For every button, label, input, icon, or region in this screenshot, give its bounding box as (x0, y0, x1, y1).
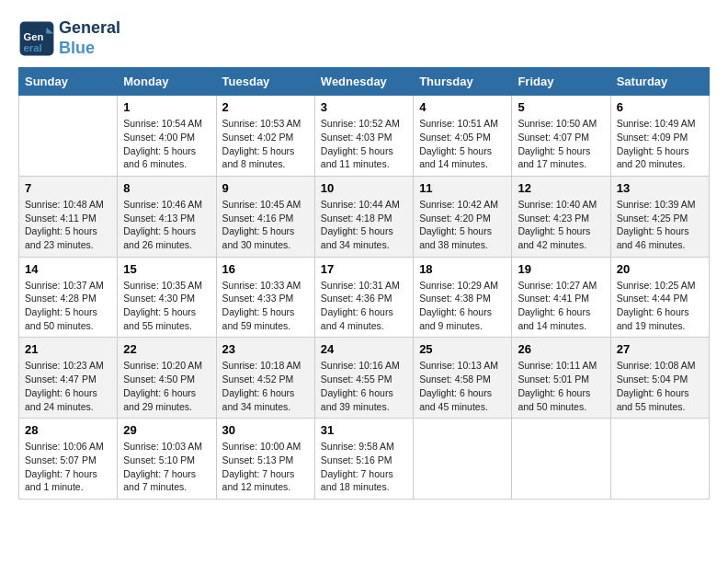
calendar-cell: 30Sunrise: 10:00 AM Sunset: 5:13 PM Dayl… (216, 419, 314, 500)
calendar-cell: 13Sunrise: 10:39 AM Sunset: 4:25 PM Dayl… (610, 176, 709, 257)
day-detail: Sunrise: 10:50 AM Sunset: 4:07 PM Daylig… (518, 117, 604, 171)
day-detail: Sunrise: 10:06 AM Sunset: 5:07 PM Daylig… (25, 440, 111, 494)
day-detail: Sunrise: 10:13 AM Sunset: 4:58 PM Daylig… (419, 359, 506, 413)
day-detail: Sunrise: 10:18 AM Sunset: 4:52 PM Daylig… (222, 359, 309, 413)
calendar-cell: 2Sunrise: 10:53 AM Sunset: 4:02 PM Dayli… (216, 96, 314, 177)
calendar-cell (512, 419, 610, 500)
logo-line2: Blue (59, 39, 120, 59)
day-detail: Sunrise: 10:31 AM Sunset: 4:36 PM Daylig… (321, 279, 407, 333)
calendar-cell: 26Sunrise: 10:11 AM Sunset: 5:01 PM Dayl… (512, 338, 610, 419)
day-detail: Sunrise: 10:00 AM Sunset: 5:13 PM Daylig… (222, 440, 309, 494)
day-number: 4 (419, 100, 506, 114)
calendar-cell: 29Sunrise: 10:03 AM Sunset: 5:10 PM Dayl… (118, 419, 216, 500)
day-number: 25 (419, 342, 506, 356)
day-number: 5 (518, 100, 604, 114)
calendar-cell: 28Sunrise: 10:06 AM Sunset: 5:07 PM Dayl… (19, 419, 118, 500)
day-detail: Sunrise: 10:48 AM Sunset: 4:11 PM Daylig… (25, 198, 111, 252)
day-number: 13 (617, 181, 703, 195)
day-detail: Sunrise: 10:16 AM Sunset: 4:55 PM Daylig… (321, 359, 407, 413)
week-row-3: 14Sunrise: 10:37 AM Sunset: 4:28 PM Dayl… (19, 257, 710, 338)
day-number: 16 (222, 262, 309, 276)
day-detail: Sunrise: 10:23 AM Sunset: 4:47 PM Daylig… (25, 359, 111, 413)
calendar-cell: 5Sunrise: 10:50 AM Sunset: 4:07 PM Dayli… (512, 96, 610, 177)
day-detail: Sunrise: 10:27 AM Sunset: 4:41 PM Daylig… (518, 279, 604, 333)
calendar-cell: 23Sunrise: 10:18 AM Sunset: 4:52 PM Dayl… (216, 338, 314, 419)
calendar-cell: 10Sunrise: 10:44 AM Sunset: 4:18 PM Dayl… (314, 176, 413, 257)
day-number: 14 (25, 262, 111, 276)
day-number: 28 (25, 423, 111, 437)
day-number: 2 (222, 100, 309, 114)
day-number: 30 (222, 423, 309, 437)
day-number: 18 (419, 262, 506, 276)
calendar-cell: 17Sunrise: 10:31 AM Sunset: 4:36 PM Dayl… (314, 257, 413, 338)
day-number: 6 (617, 100, 703, 114)
svg-text:Gen: Gen (24, 31, 44, 42)
day-detail: Sunrise: 10:03 AM Sunset: 5:10 PM Daylig… (123, 440, 210, 494)
day-number: 1 (123, 100, 210, 114)
day-detail: Sunrise: 10:42 AM Sunset: 4:20 PM Daylig… (419, 198, 506, 252)
calendar-cell: 4Sunrise: 10:51 AM Sunset: 4:05 PM Dayli… (414, 96, 512, 177)
col-header-thursday: Thursday (414, 68, 512, 96)
calendar-cell: 22Sunrise: 10:20 AM Sunset: 4:50 PM Dayl… (118, 338, 216, 419)
page-header: Gen eral General Blue (18, 18, 710, 58)
week-row-1: 1Sunrise: 10:54 AM Sunset: 4:00 PM Dayli… (19, 96, 710, 177)
calendar-cell: 19Sunrise: 10:27 AM Sunset: 4:41 PM Dayl… (512, 257, 610, 338)
day-number: 10 (321, 181, 407, 195)
day-detail: Sunrise: 10:08 AM Sunset: 5:04 PM Daylig… (617, 359, 703, 413)
day-number: 17 (321, 262, 407, 276)
col-header-wednesday: Wednesday (314, 68, 413, 96)
day-detail: Sunrise: 10:25 AM Sunset: 4:44 PM Daylig… (617, 279, 703, 333)
calendar-cell: 24Sunrise: 10:16 AM Sunset: 4:55 PM Dayl… (314, 338, 413, 419)
calendar-cell: 8Sunrise: 10:46 AM Sunset: 4:13 PM Dayli… (118, 176, 216, 257)
calendar-cell: 7Sunrise: 10:48 AM Sunset: 4:11 PM Dayli… (19, 176, 118, 257)
week-row-4: 21Sunrise: 10:23 AM Sunset: 4:47 PM Dayl… (19, 338, 710, 419)
calendar-header: SundayMondayTuesdayWednesdayThursdayFrid… (19, 68, 710, 96)
day-detail: Sunrise: 9:58 AM Sunset: 5:16 PM Dayligh… (321, 440, 407, 494)
day-detail: Sunrise: 10:54 AM Sunset: 4:00 PM Daylig… (123, 117, 210, 171)
calendar-cell: 21Sunrise: 10:23 AM Sunset: 4:47 PM Dayl… (19, 338, 118, 419)
calendar-cell: 9Sunrise: 10:45 AM Sunset: 4:16 PM Dayli… (216, 176, 314, 257)
day-number: 23 (222, 342, 309, 356)
day-number: 3 (321, 100, 407, 114)
logo-line1: General (59, 18, 120, 39)
day-detail: Sunrise: 10:52 AM Sunset: 4:03 PM Daylig… (321, 117, 407, 171)
calendar-cell: 16Sunrise: 10:33 AM Sunset: 4:33 PM Dayl… (216, 257, 314, 338)
day-number: 12 (518, 181, 604, 195)
calendar-cell (414, 419, 512, 500)
day-detail: Sunrise: 10:33 AM Sunset: 4:33 PM Daylig… (222, 279, 309, 333)
col-header-tuesday: Tuesday (216, 68, 314, 96)
calendar-cell (610, 419, 709, 500)
day-number: 24 (321, 342, 407, 356)
logo: Gen eral General Blue (18, 18, 120, 58)
calendar-cell: 11Sunrise: 10:42 AM Sunset: 4:20 PM Dayl… (414, 176, 512, 257)
calendar-cell: 12Sunrise: 10:40 AM Sunset: 4:23 PM Dayl… (512, 176, 610, 257)
day-detail: Sunrise: 10:29 AM Sunset: 4:38 PM Daylig… (419, 279, 506, 333)
day-number: 7 (25, 181, 111, 195)
calendar-cell: 14Sunrise: 10:37 AM Sunset: 4:28 PM Dayl… (19, 257, 118, 338)
calendar-cell: 18Sunrise: 10:29 AM Sunset: 4:38 PM Dayl… (414, 257, 512, 338)
day-number: 29 (123, 423, 210, 437)
calendar-cell: 25Sunrise: 10:13 AM Sunset: 4:58 PM Dayl… (414, 338, 512, 419)
calendar-cell: 1Sunrise: 10:54 AM Sunset: 4:00 PM Dayli… (118, 96, 216, 177)
day-number: 15 (123, 262, 210, 276)
day-detail: Sunrise: 10:49 AM Sunset: 4:09 PM Daylig… (617, 117, 703, 171)
calendar-cell: 6Sunrise: 10:49 AM Sunset: 4:09 PM Dayli… (610, 96, 709, 177)
svg-text:eral: eral (24, 41, 42, 52)
week-row-2: 7Sunrise: 10:48 AM Sunset: 4:11 PM Dayli… (19, 176, 710, 257)
calendar-cell: 20Sunrise: 10:25 AM Sunset: 4:44 PM Dayl… (610, 257, 709, 338)
day-detail: Sunrise: 10:46 AM Sunset: 4:13 PM Daylig… (123, 198, 210, 252)
calendar-cell: 27Sunrise: 10:08 AM Sunset: 5:04 PM Dayl… (610, 338, 709, 419)
day-number: 31 (321, 423, 407, 437)
day-number: 8 (123, 181, 210, 195)
col-header-monday: Monday (118, 68, 216, 96)
day-number: 22 (123, 342, 210, 356)
calendar-cell: 31Sunrise: 9:58 AM Sunset: 5:16 PM Dayli… (314, 419, 413, 500)
day-detail: Sunrise: 10:39 AM Sunset: 4:25 PM Daylig… (617, 198, 703, 252)
day-number: 26 (518, 342, 604, 356)
day-detail: Sunrise: 10:40 AM Sunset: 4:23 PM Daylig… (518, 198, 604, 252)
day-number: 27 (617, 342, 703, 356)
day-number: 9 (222, 181, 309, 195)
day-detail: Sunrise: 10:20 AM Sunset: 4:50 PM Daylig… (123, 359, 210, 413)
col-header-friday: Friday (512, 68, 610, 96)
day-number: 21 (25, 342, 111, 356)
